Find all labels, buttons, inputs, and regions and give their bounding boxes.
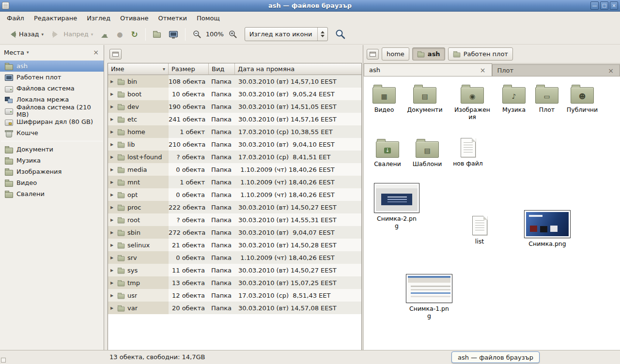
- expander-icon[interactable]: ▶: [110, 79, 115, 84]
- sidebar-item[interactable]: Видео: [0, 177, 104, 188]
- stop-button[interactable]: ●: [113, 29, 126, 40]
- table-row[interactable]: ▶ dev 190 обекта Папка 30.03.2010 (вт) 1…: [108, 100, 361, 113]
- table-row[interactable]: ▶ selinux 21 обекта Папка 30.03.2010 (вт…: [108, 239, 361, 251]
- expander-icon[interactable]: ▶: [110, 193, 115, 197]
- file-icon[interactable]: ◉ Изображения: [452, 84, 493, 121]
- expander-icon[interactable]: ▶: [110, 92, 115, 96]
- zoom-out-button[interactable]: [189, 28, 204, 41]
- place-icon: [4, 157, 13, 165]
- table-row[interactable]: ▶ srv 0 обекта Папка 1.10.2009 (чт) 18,4…: [108, 251, 361, 264]
- maximize-button[interactable]: □: [600, 1, 608, 10]
- expander-icon[interactable]: ▶: [110, 105, 115, 109]
- menu-item[interactable]: Изглед: [82, 12, 115, 24]
- zoom-in-button[interactable]: [225, 28, 240, 41]
- minimize-button[interactable]: —: [590, 1, 599, 10]
- table-row[interactable]: ▶ usr 12 обекта Папка 17.03.2010 (ср) 8,…: [108, 289, 361, 302]
- column-header-date[interactable]: Дата на промяна: [235, 63, 361, 75]
- file-icon[interactable]: ▤ Шаблони: [407, 138, 448, 167]
- expander-icon[interactable]: ▶: [110, 218, 115, 222]
- sidebar-item[interactable]: Работен плот: [0, 72, 104, 83]
- search-button[interactable]: [333, 27, 347, 41]
- table-row[interactable]: ▶ opt 0 обекта Папка 1.10.2009 (чт) 18,4…: [108, 188, 361, 201]
- menu-item[interactable]: Редактиране: [29, 12, 82, 24]
- expander-icon[interactable]: ▶: [110, 293, 115, 298]
- sidebar-item[interactable]: Кошче: [0, 127, 104, 138]
- file-icon[interactable]: ↓ Свалени: [367, 138, 408, 167]
- tab-close-icon[interactable]: ×: [607, 67, 615, 74]
- expander-icon[interactable]: ▶: [110, 243, 115, 247]
- sidebar-item[interactable]: Изображения: [0, 166, 104, 177]
- file-icon[interactable]: нов файл: [448, 136, 488, 167]
- expander-icon[interactable]: ▶: [110, 155, 115, 159]
- table-row[interactable]: ▶ etc 241 обекта Папка 30.03.2010 (вт) 1…: [108, 113, 361, 125]
- table-row[interactable]: ▶ root ? обекта Папка 30.03.2010 (вт) 14…: [108, 213, 361, 226]
- menu-item[interactable]: Отметки: [153, 12, 191, 24]
- column-header-size[interactable]: Размер: [169, 63, 209, 75]
- table-row[interactable]: ▶ mnt 1 обект Папка 1.10.2009 (чт) 18,40…: [108, 176, 361, 188]
- sidebar-item[interactable]: Документи: [0, 144, 104, 155]
- sidebar-item[interactable]: Музика: [0, 155, 104, 166]
- corner-grip[interactable]: [1, 358, 6, 363]
- expander-icon[interactable]: ▶: [110, 230, 115, 235]
- breadcrumb-button[interactable]: Работен плот: [448, 47, 513, 61]
- up-button[interactable]: [98, 28, 112, 40]
- table-row[interactable]: ▶ home 1 обект Папка 17.03.2010 (ср) 10,…: [108, 125, 361, 138]
- expander-icon[interactable]: ▶: [110, 306, 115, 310]
- sidebar-item[interactable]: Файлова система (210 MB): [0, 105, 104, 116]
- file-icon[interactable]: Снимка.png: [522, 210, 573, 247]
- sidebar-item[interactable]: Свалени: [0, 188, 104, 199]
- table-row[interactable]: ▶ tmp 13 обекта Папка 30.03.2010 (вт) 15…: [108, 276, 361, 289]
- expander-icon[interactable]: ▶: [110, 281, 115, 285]
- sidebar-item[interactable]: Шифриран дял (80 GB): [0, 116, 104, 127]
- column-header-name[interactable]: Име ▾: [108, 63, 169, 75]
- file-icon[interactable]: Снимка-1.png: [404, 273, 454, 319]
- column-header-type[interactable]: Вид: [209, 63, 235, 75]
- file-icon[interactable]: Снимка-2.png: [372, 182, 422, 229]
- menu-item[interactable]: Помощ: [192, 12, 225, 24]
- table-row[interactable]: ▶ lib 210 обекта Папка 30.03.2010 (вт) 9…: [108, 138, 361, 151]
- menu-item[interactable]: Файл: [2, 12, 29, 24]
- expander-icon[interactable]: ▶: [110, 205, 115, 210]
- table-row[interactable]: ▶ bin 108 обекта Папка 30.03.2010 (вт) 1…: [108, 75, 361, 88]
- tab-close-icon[interactable]: ×: [479, 67, 487, 74]
- breadcrumb-button[interactable]: ash: [412, 47, 445, 61]
- computer-button[interactable]: [166, 29, 181, 40]
- file-icon[interactable]: list: [459, 214, 500, 245]
- icon-view[interactable]: ▦ Видео ▤ Документи ◉ Изображения ♪ Музи…: [364, 76, 620, 350]
- expander-icon[interactable]: ▶: [110, 268, 115, 273]
- file-icon[interactable]: ☻ Публични: [562, 84, 603, 113]
- sidebar-item[interactable]: ash: [0, 61, 104, 72]
- table-row[interactable]: ▶ sys 11 обекта Папка 30.03.2010 (вт) 14…: [108, 264, 361, 276]
- file-icon[interactable]: ▭ Плот: [527, 84, 567, 113]
- table-row[interactable]: ▶ boot 10 обекта Папка 30.03.2010 (вт) 9…: [108, 88, 361, 100]
- expander-icon[interactable]: ▶: [110, 130, 115, 134]
- table-row[interactable]: ▶ var 20 обекта Папка 30.03.2010 (вт) 14…: [108, 302, 361, 314]
- table-row[interactable]: ▶ proc 222 обекта Папка 30.03.2010 (вт) …: [108, 201, 361, 213]
- close-icon[interactable]: ×: [92, 49, 100, 56]
- forward-button[interactable]: Напред ▾: [48, 28, 96, 40]
- table-row[interactable]: ▶ media 0 обекта Папка 1.10.2009 (чт) 18…: [108, 163, 361, 176]
- back-button[interactable]: Назад ▾: [4, 28, 47, 40]
- file-icon[interactable]: ▤ Документи: [404, 84, 445, 113]
- pane-toggle-button[interactable]: [367, 49, 379, 60]
- view-mode-select[interactable]: Изглед като икони: [245, 27, 328, 41]
- file-icon[interactable]: ▦ Видео: [364, 84, 404, 113]
- tab[interactable]: ash ×: [364, 63, 492, 76]
- sidebar-item[interactable]: Файлова система: [0, 83, 104, 94]
- expander-icon[interactable]: ▶: [110, 167, 115, 172]
- tab[interactable]: Плот ×: [492, 64, 620, 76]
- titlebar[interactable]: ash — файлов браузър —□×: [0, 0, 620, 12]
- sidebar-title[interactable]: Места: [4, 49, 24, 56]
- menu-item[interactable]: Отиване: [115, 12, 153, 24]
- expander-icon[interactable]: ▶: [110, 142, 115, 147]
- breadcrumb-button[interactable]: home: [382, 47, 409, 61]
- reload-button[interactable]: ↻: [127, 28, 141, 41]
- home-button[interactable]: [150, 28, 164, 40]
- close-button[interactable]: ×: [610, 1, 618, 10]
- pane-toggle-button[interactable]: [109, 49, 122, 60]
- table-row[interactable]: ▶ sbin 272 обекта Папка 30.03.2010 (вт) …: [108, 226, 361, 239]
- expander-icon[interactable]: ▶: [110, 117, 115, 121]
- expander-icon[interactable]: ▶: [110, 180, 115, 184]
- expander-icon[interactable]: ▶: [110, 256, 115, 260]
- table-row[interactable]: ▶ lost+found ? обекта Папка 17.03.2010 (…: [108, 151, 361, 163]
